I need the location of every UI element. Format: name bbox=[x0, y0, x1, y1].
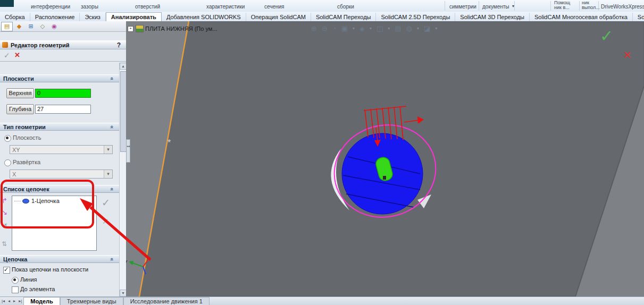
zoom-area-icon[interactable]: ⊖ bbox=[322, 24, 328, 32]
to-element-label: До элемента bbox=[20, 286, 55, 292]
unfold-radio-label: Развёртка bbox=[13, 159, 40, 165]
zoom-fit-icon[interactable]: ⊕ bbox=[311, 24, 317, 32]
chain-item-label[interactable]: 1-Цепочка bbox=[31, 198, 60, 204]
caret-icon[interactable]: ▾ bbox=[353, 26, 355, 31]
ribbon-group-label: отверстий bbox=[135, 4, 160, 10]
tab-solidcam-mnogoosevaya[interactable]: SolidCAM Многоосевая обработка bbox=[530, 13, 633, 21]
tree-item-label[interactable]: ПЛИТА НИЖНЯЯ (По ум... bbox=[145, 26, 218, 32]
collapse-chevron-icon[interactable]: « bbox=[109, 258, 115, 261]
tab-model[interactable]: Модель bbox=[23, 297, 60, 305]
tab-motion-study[interactable]: Исследование движения 1 bbox=[123, 297, 210, 305]
ribbon-button-label[interactable]: DriveWorksXpress bbox=[601, 4, 644, 10]
configuration-manager-tab-icon[interactable]: ⊞ bbox=[26, 22, 36, 31]
assembly-icon bbox=[136, 25, 144, 32]
dimxpert-manager-tab-icon[interactable]: ◇ bbox=[37, 22, 48, 31]
collapse-chevron-icon[interactable]: « bbox=[109, 77, 115, 80]
chain-direction-icon[interactable]: ↘ bbox=[2, 208, 7, 216]
caret-icon[interactable]: ▾ bbox=[370, 26, 372, 31]
chain-list-item[interactable]: 1-Цепочка bbox=[12, 196, 96, 204]
line-radio-label: Линия bbox=[20, 276, 37, 283]
panel-scrollbar[interactable]: ▲ ▼ bbox=[119, 63, 127, 296]
plane-radio-label: Плоскость bbox=[13, 134, 41, 141]
tab-operaciya-solidcam[interactable]: Операция SolidCAM bbox=[246, 13, 311, 21]
nav-prev-icon[interactable]: ◂ bbox=[6, 297, 12, 305]
ribbon-button-label[interactable]: ник выпол... bbox=[582, 1, 603, 10]
confirm-ok-icon[interactable]: ✓ bbox=[600, 27, 613, 45]
tab-dobavleniya-solidworks[interactable]: Добавления SOLIDWORKS bbox=[162, 13, 246, 21]
line-radio[interactable] bbox=[12, 277, 19, 284]
axis-label-y: Y bbox=[126, 260, 128, 266]
tree-expand-icon[interactable]: + bbox=[128, 26, 133, 32]
cancel-icon[interactable]: ✕ bbox=[14, 51, 20, 59]
tab-3d-views[interactable]: Трехмерные виды bbox=[60, 297, 123, 305]
tab-sborka[interactable]: Сборка bbox=[0, 13, 30, 21]
ribbon-separator bbox=[598, 1, 599, 11]
caret-icon[interactable]: ▾ bbox=[435, 26, 437, 31]
hide-show-icon[interactable]: ▤ bbox=[395, 24, 401, 32]
ribbon-separator bbox=[445, 1, 445, 11]
collapse-chevron-icon[interactable]: « bbox=[109, 125, 115, 129]
show-chain-checkbox[interactable] bbox=[3, 267, 10, 274]
caret-icon[interactable]: ▾ bbox=[417, 26, 419, 31]
unfold-radio[interactable] bbox=[4, 159, 11, 166]
view-orientation-icon[interactable]: ◈ bbox=[359, 24, 365, 32]
ok-icon[interactable]: ✓ bbox=[4, 51, 10, 60]
ribbon-group-label: документы bbox=[482, 4, 509, 10]
collapse-chevron-icon[interactable]: « bbox=[109, 188, 115, 191]
add-chain-icon[interactable]: ↱ bbox=[2, 197, 7, 205]
depth-button[interactable]: Глубина bbox=[6, 104, 34, 114]
help-icon[interactable]: ? bbox=[117, 41, 121, 49]
chain-listbox[interactable]: 1-Цепочка bbox=[12, 196, 97, 251]
previous-view-icon[interactable]: ◔ bbox=[332, 24, 337, 32]
plane-radio[interactable] bbox=[4, 135, 11, 142]
window-icon-partial bbox=[0, 0, 14, 7]
unfold-axis-select[interactable]: X ▾ bbox=[10, 170, 113, 179]
display-manager-tab-icon[interactable]: ◉ bbox=[49, 22, 60, 31]
ribbon-group-label: зазоры bbox=[81, 4, 98, 10]
caret-down-icon[interactable]: ▾ bbox=[104, 170, 112, 178]
section-header-chain-list[interactable]: Список цепочек « bbox=[0, 185, 119, 193]
tab-solidcam-25d[interactable]: SolidCAM 2.5D Переходы bbox=[376, 13, 455, 21]
tab-eskiz[interactable]: Эскиз bbox=[80, 13, 105, 21]
nav-next-icon[interactable]: ▸ bbox=[12, 297, 17, 305]
property-manager-tab-icon[interactable]: ◆ bbox=[14, 22, 24, 31]
section-title: Тип геометрии bbox=[3, 124, 46, 130]
ok-cancel-row: ✓ ✕ bbox=[0, 50, 126, 62]
depth-value-field[interactable]: 27 bbox=[35, 105, 91, 114]
tab-solidcam-3d[interactable]: SolidCAM 3D Переходы bbox=[455, 13, 530, 21]
section-header-geometry-type[interactable]: Тип геометрии « bbox=[0, 123, 119, 131]
caret-icon[interactable]: ▾ bbox=[388, 26, 390, 31]
nav-first-icon[interactable]: |◂ bbox=[0, 297, 6, 305]
edit-appearance-icon[interactable]: ◍ bbox=[406, 24, 412, 32]
tab-analizirovat[interactable]: Анализировать bbox=[106, 12, 162, 22]
nav-last-icon[interactable]: ▸| bbox=[17, 297, 23, 305]
to-element-checkbox[interactable] bbox=[12, 286, 19, 293]
section-header-chain[interactable]: Цепочка « bbox=[0, 255, 119, 263]
graphics-viewport[interactable]: * * * bbox=[126, 21, 644, 296]
caret-down-icon[interactable]: ▾ bbox=[104, 146, 112, 154]
delete-chain-icon[interactable]: ✕ bbox=[102, 217, 109, 226]
select-value: X bbox=[12, 171, 16, 177]
tab-solidcam-tokarn[interactable]: SolidCAM Токарн... bbox=[633, 13, 644, 21]
upper-value-field[interactable]: 0 bbox=[35, 89, 91, 98]
undo-chain-icon[interactable]: ↺ bbox=[2, 222, 7, 230]
upper-plane-button[interactable]: Верхняя bbox=[6, 88, 34, 98]
accept-chain-icon[interactable]: ✓ bbox=[102, 197, 110, 209]
tab-solidcam-perehody[interactable]: SolidCAM Переходы bbox=[311, 13, 377, 21]
scene-icon[interactable]: ◪ bbox=[424, 24, 430, 32]
ribbon-separator bbox=[479, 1, 479, 11]
ribbon-button-label[interactable]: Помощ ник в... bbox=[554, 1, 579, 10]
plane-axis-select[interactable]: XY ▾ bbox=[10, 145, 113, 154]
display-style-icon[interactable]: ◫ bbox=[377, 24, 383, 32]
select-value: XY bbox=[12, 147, 20, 153]
confirm-cancel-icon[interactable]: ✕ bbox=[623, 49, 632, 61]
feature-manager-tab-icon[interactable]: ▤ bbox=[1, 22, 13, 31]
section-header-planes[interactable]: Плоскости « bbox=[0, 74, 119, 82]
feature-tree-root[interactable]: + ПЛИТА НИЖНЯЯ (По ум... bbox=[128, 24, 218, 33]
tab-raspolozhenie[interactable]: Расположение bbox=[30, 13, 80, 21]
status-tab-bar: |◂ ◂ ▸ ▸| Модель Трехмерные виды Исследо… bbox=[0, 296, 644, 305]
section-view-icon[interactable]: ▣ bbox=[341, 24, 348, 32]
panel-collapse-handle[interactable]: ◂◂ bbox=[126, 139, 130, 163]
ribbon-group-label: характеристики bbox=[206, 4, 245, 10]
sort-chain-icon[interactable]: ⇅ bbox=[2, 240, 7, 248]
